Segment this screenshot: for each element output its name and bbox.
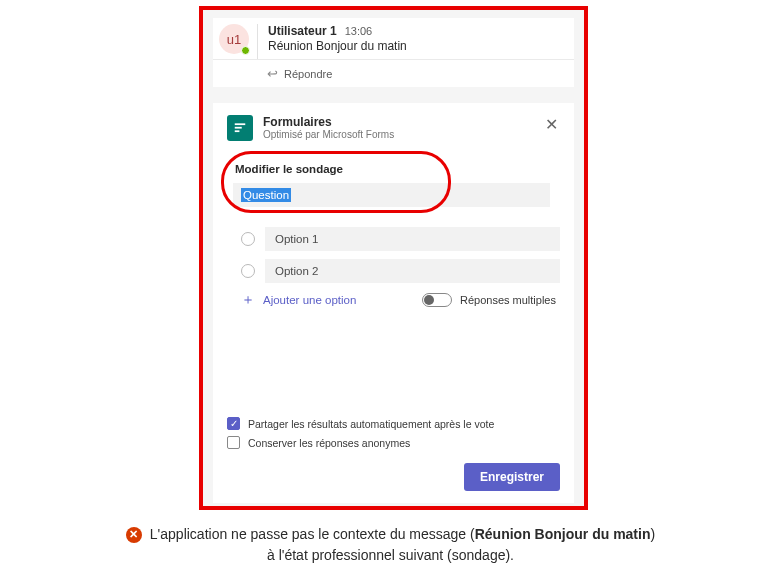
message-body: Utilisateur 1 13:06 Réunion Bonjour du m… bbox=[257, 24, 566, 59]
chat-message: u1 Utilisateur 1 13:06 Réunion Bonjour d… bbox=[213, 18, 574, 59]
message-text: Réunion Bonjour du matin bbox=[268, 39, 566, 53]
forms-logo-icon bbox=[227, 115, 253, 141]
save-button[interactable]: Enregistrer bbox=[464, 463, 560, 491]
share-results-label: Partager les résultats automatiquement a… bbox=[248, 418, 494, 430]
plus-icon: ＋ bbox=[241, 291, 255, 309]
close-icon[interactable]: ✕ bbox=[543, 115, 560, 135]
forms-title: Formulaires bbox=[263, 115, 533, 129]
option-row-1: Option 1 bbox=[241, 227, 560, 251]
caption: ✕ L'application ne passe pas le contexte… bbox=[0, 524, 781, 566]
share-results-row: ✓ Partager les résultats automatiquement… bbox=[227, 417, 560, 430]
radio-icon[interactable] bbox=[241, 232, 255, 246]
error-icon: ✕ bbox=[126, 527, 142, 543]
presence-indicator bbox=[241, 46, 250, 55]
question-input[interactable]: Question bbox=[233, 183, 550, 207]
edit-poll-section: Modifier le sondage Question bbox=[227, 155, 560, 215]
message-author: Utilisateur 1 bbox=[268, 24, 337, 38]
avatar-initials: u1 bbox=[227, 32, 241, 47]
poll-settings: ✓ Partager les résultats automatiquement… bbox=[227, 417, 560, 455]
forms-subtitle: Optimisé par Microsoft Forms bbox=[263, 129, 533, 140]
svg-rect-2 bbox=[235, 130, 240, 132]
share-results-checkbox[interactable]: ✓ bbox=[227, 417, 240, 430]
avatar: u1 bbox=[219, 24, 249, 54]
option-input[interactable]: Option 2 bbox=[265, 259, 560, 283]
caption-part2: ) bbox=[650, 526, 655, 542]
svg-rect-0 bbox=[235, 123, 246, 125]
reply-button[interactable]: ↩ Répondre bbox=[213, 59, 574, 87]
toggle-track bbox=[422, 293, 452, 307]
anonymous-row: Conserver les réponses anonymes bbox=[227, 436, 560, 449]
option-row-2: Option 2 bbox=[241, 259, 560, 283]
option-input[interactable]: Option 1 bbox=[265, 227, 560, 251]
reply-icon: ↩ bbox=[267, 66, 278, 81]
add-option-button[interactable]: ＋ Ajouter une option bbox=[241, 291, 356, 309]
caption-part1: L'application ne passe pas le contexte d… bbox=[150, 526, 475, 542]
toggle-knob bbox=[424, 295, 434, 305]
anonymous-checkbox[interactable] bbox=[227, 436, 240, 449]
message-timestamp: 13:06 bbox=[345, 25, 373, 37]
add-option-label: Ajouter une option bbox=[263, 294, 356, 306]
poll-controls-row: ＋ Ajouter une option Réponses multiples bbox=[241, 291, 560, 309]
caption-line2: à l'état professionnel suivant (sondage)… bbox=[20, 545, 761, 566]
screenshot-frame: u1 Utilisateur 1 13:06 Réunion Bonjour d… bbox=[199, 6, 588, 510]
forms-header: Formulaires Optimisé par Microsoft Forms… bbox=[227, 115, 560, 141]
save-row: Enregistrer bbox=[227, 463, 560, 491]
svg-rect-1 bbox=[235, 127, 242, 129]
reply-label: Répondre bbox=[284, 68, 332, 80]
caption-bold: Réunion Bonjour du matin bbox=[475, 526, 651, 542]
options-list: Option 1 Option 2 ＋ Ajouter une option R… bbox=[227, 227, 560, 309]
radio-icon[interactable] bbox=[241, 264, 255, 278]
multiple-answers-toggle[interactable]: Réponses multiples bbox=[422, 293, 556, 307]
section-heading: Modifier le sondage bbox=[235, 163, 550, 175]
question-placeholder-text: Question bbox=[241, 188, 291, 202]
forms-card: Formulaires Optimisé par Microsoft Forms… bbox=[213, 103, 574, 503]
multiple-answers-label: Réponses multiples bbox=[460, 294, 556, 306]
anonymous-label: Conserver les réponses anonymes bbox=[248, 437, 410, 449]
